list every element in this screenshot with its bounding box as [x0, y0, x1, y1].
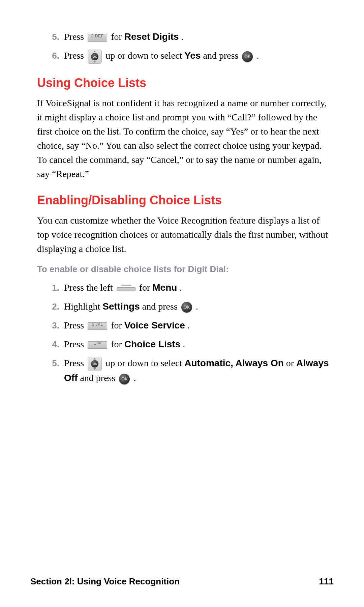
footer-section: Section 2I: Using Voice Recognition: [30, 576, 180, 587]
step-body: Press 1 ✉ for Choice Lists .: [64, 337, 334, 351]
step-number: 6.: [47, 49, 59, 63]
step-3: 3. Press 5 JKL for Voice Service .: [47, 318, 334, 333]
step-number: 2.: [47, 299, 59, 314]
ok-button-icon: OK: [119, 374, 130, 384]
key-3def-icon: 3 DEF: [88, 34, 107, 41]
step-number: 1.: [47, 281, 59, 295]
subheading: To enable or disable choice lists for Di…: [37, 264, 334, 274]
paragraph: If VoiceSignal is not confident it has r…: [37, 96, 334, 181]
key-5jkl-icon: 5 JKL: [88, 322, 107, 330]
footer-page-number: 111: [319, 576, 334, 587]
step-5: 5. Press up or down to select Automatic,…: [47, 356, 334, 385]
step-4: 4. Press 1 ✉ for Choice Lists .: [47, 337, 334, 351]
step-2: 2. Highlight Settings and press OK .: [47, 299, 334, 314]
step-body: Press up or down to select Yes and press…: [64, 49, 334, 64]
top-step-6: 6. Press up or down to select Yes and pr…: [47, 49, 334, 64]
page-footer: Section 2I: Using Voice Recognition 111: [30, 576, 334, 587]
paragraph: You can customize whether the Voice Reco…: [37, 213, 334, 256]
ok-button-icon: OK: [181, 302, 192, 313]
heading-enable-disable: Enabling/Disabling Choice Lists: [37, 193, 334, 207]
nav-pad-icon: [88, 50, 102, 64]
heading-using-choice-lists: Using Choice Lists: [37, 76, 334, 90]
step-body: Highlight Settings and press OK .: [64, 299, 334, 314]
step-body: Press up or down to select Automatic, Al…: [64, 356, 334, 385]
top-step-5: 5. Press 3 DEF for Reset Digits .: [47, 30, 334, 44]
ok-button-icon: OK: [242, 51, 253, 62]
step-body: Press 3 DEF for Reset Digits .: [64, 30, 334, 44]
left-softkey-icon: [117, 285, 135, 291]
step-number: 5.: [47, 30, 59, 44]
page: 5. Press 3 DEF for Reset Digits . 6. Pre…: [0, 0, 364, 607]
step-body: Press the left for Menu .: [64, 281, 334, 295]
step-body: Press 5 JKL for Voice Service .: [64, 318, 334, 333]
step-number: 4.: [47, 337, 59, 351]
step-1: 1. Press the left for Menu .: [47, 281, 334, 295]
step-number: 3.: [47, 318, 59, 333]
step-number: 5.: [47, 356, 59, 370]
key-1-icon: 1 ✉: [88, 341, 107, 349]
nav-pad-icon: [88, 357, 102, 371]
